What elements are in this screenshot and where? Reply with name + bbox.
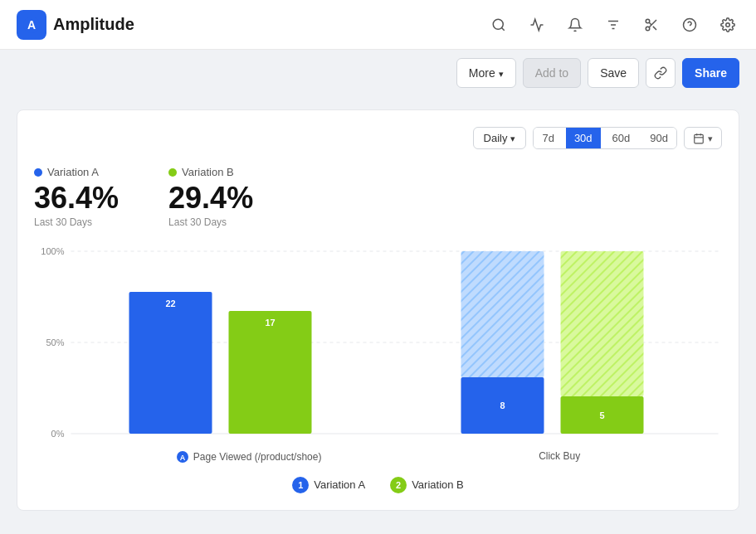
legend-label-b: Variation B — [412, 478, 464, 491]
filter-icon[interactable] — [602, 13, 625, 36]
metric-variation-a: Variation A 36.4% Last 30 Days — [34, 166, 119, 228]
svg-point-2 — [493, 19, 503, 29]
bar-a-group1 — [129, 292, 212, 434]
dot-blue — [34, 168, 42, 177]
chart-icon[interactable] — [525, 13, 549, 36]
x-label-group2: Click Buy — [539, 450, 580, 464]
svg-text:17: 17 — [265, 318, 275, 328]
svg-point-14 — [726, 22, 730, 27]
more-button[interactable]: More — [456, 58, 516, 88]
metric-variation-b: Variation B 29.4% Last 30 Days — [168, 166, 253, 228]
metric-a-sub: Last 30 Days — [34, 216, 119, 228]
help-icon[interactable] — [678, 13, 701, 36]
interval-button[interactable]: Daily — [473, 127, 527, 149]
metric-a-label: Variation A — [34, 166, 119, 178]
chart-svg: 100% 50% 0% 22 17 — [34, 245, 722, 444]
legend-item-b: 2 Variation B — [390, 477, 464, 493]
legend-item-a: 1 Variation A — [292, 477, 365, 493]
interval-chevron — [510, 132, 515, 144]
metric-b-name: Variation B — [182, 166, 234, 178]
x-labels: A Page Viewed (/product/shoe) Click Buy — [34, 450, 722, 464]
period-60d[interactable]: 60d — [604, 128, 639, 148]
x-label-group1-text: Page Viewed (/product/shoe) — [193, 451, 322, 463]
calendar-chevron — [708, 132, 713, 144]
settings-icon[interactable] — [716, 13, 739, 36]
toolbar: More Add to Save Share — [0, 50, 756, 96]
bar-b-group2-top — [561, 251, 644, 396]
legend-label-a: Variation A — [314, 478, 365, 491]
svg-text:22: 22 — [165, 299, 175, 308]
main-content: Daily 7d 30d 60d 90d Variation A 36. — [0, 96, 756, 524]
svg-text:50%: 50% — [46, 337, 64, 347]
scissors-icon[interactable] — [640, 13, 663, 36]
save-button[interactable]: Save — [588, 58, 639, 88]
svg-line-10 — [653, 26, 656, 29]
period-selector: 7d 30d 60d 90d — [533, 127, 677, 149]
period-30d[interactable]: 30d — [566, 128, 601, 148]
more-chevron — [499, 66, 504, 80]
x-label-group1: A Page Viewed (/product/shoe) — [176, 450, 322, 464]
svg-text:5: 5 — [599, 410, 604, 420]
metric-a-value: 36.4% — [34, 182, 119, 215]
svg-text:8: 8 — [500, 400, 505, 410]
metric-b-label: Variation B — [168, 166, 253, 178]
svg-text:0%: 0% — [51, 429, 65, 439]
metric-b-sub: Last 30 Days — [168, 216, 253, 228]
legend-badge-a: 1 — [292, 477, 309, 493]
metric-a-name: Variation A — [47, 166, 99, 178]
link-button[interactable] — [646, 58, 676, 88]
logo-icon: A — [17, 10, 46, 40]
legend-badge-b: 2 — [390, 477, 407, 493]
svg-point-8 — [646, 27, 650, 31]
app-name: Amplitude — [53, 15, 134, 34]
interval-label: Daily — [484, 132, 508, 144]
svg-text:A: A — [180, 454, 186, 462]
chart-area: 100% 50% 0% 22 17 — [34, 245, 722, 444]
svg-text:100%: 100% — [41, 246, 64, 256]
svg-rect-15 — [695, 134, 704, 143]
period-7d[interactable]: 7d — [534, 128, 562, 148]
chart-card: Daily 7d 30d 60d 90d Variation A 36. — [17, 109, 739, 511]
share-label: Share — [695, 66, 727, 80]
x-label-group2-text: Click Buy — [539, 450, 580, 462]
svg-text:A: A — [27, 18, 36, 32]
bar-a-group2-top — [461, 251, 544, 377]
bell-icon[interactable] — [563, 13, 587, 36]
legend: 1 Variation A 2 Variation B — [34, 477, 722, 493]
save-label: Save — [600, 66, 627, 80]
addto-label: Add to — [535, 66, 568, 80]
svg-point-7 — [646, 19, 650, 23]
chart-controls: Daily 7d 30d 60d 90d — [34, 127, 722, 149]
header-icons — [487, 13, 739, 36]
bar-b-group1 — [229, 311, 312, 434]
dot-green — [168, 168, 177, 177]
svg-line-3 — [501, 27, 504, 30]
more-label: More — [469, 66, 495, 80]
metric-b-value: 29.4% — [168, 182, 253, 215]
addto-button[interactable]: Add to — [523, 58, 581, 88]
metrics-row: Variation A 36.4% Last 30 Days Variation… — [34, 166, 722, 228]
header: A Amplitude — [0, 0, 756, 50]
logo[interactable]: A Amplitude — [17, 10, 134, 40]
share-button[interactable]: Share — [682, 58, 739, 88]
search-icon[interactable] — [487, 13, 510, 36]
calendar-button[interactable] — [684, 127, 722, 149]
period-90d[interactable]: 90d — [641, 128, 676, 148]
svg-line-11 — [649, 22, 651, 25]
